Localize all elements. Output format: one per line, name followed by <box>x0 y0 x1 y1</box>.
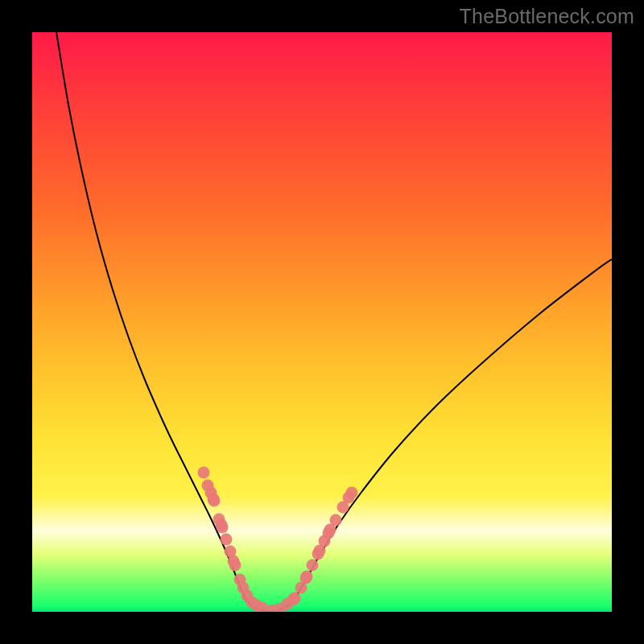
plot-area <box>32 32 612 612</box>
data-dot <box>289 592 301 605</box>
data-dot <box>301 571 313 583</box>
data-dot <box>198 467 210 479</box>
data-dot <box>330 514 342 526</box>
data-dot <box>229 559 242 572</box>
data-dot <box>208 495 221 507</box>
data-dot <box>217 522 229 534</box>
dot-cluster-right <box>266 487 358 613</box>
data-dot <box>221 534 233 546</box>
data-dot <box>307 559 319 572</box>
chart-frame: TheBottleneck.com <box>0 0 644 644</box>
bottleneck-curve <box>32 32 612 612</box>
data-dot <box>346 487 358 499</box>
watermark-text: TheBottleneck.com <box>460 5 634 28</box>
dot-cluster-left <box>198 467 269 613</box>
